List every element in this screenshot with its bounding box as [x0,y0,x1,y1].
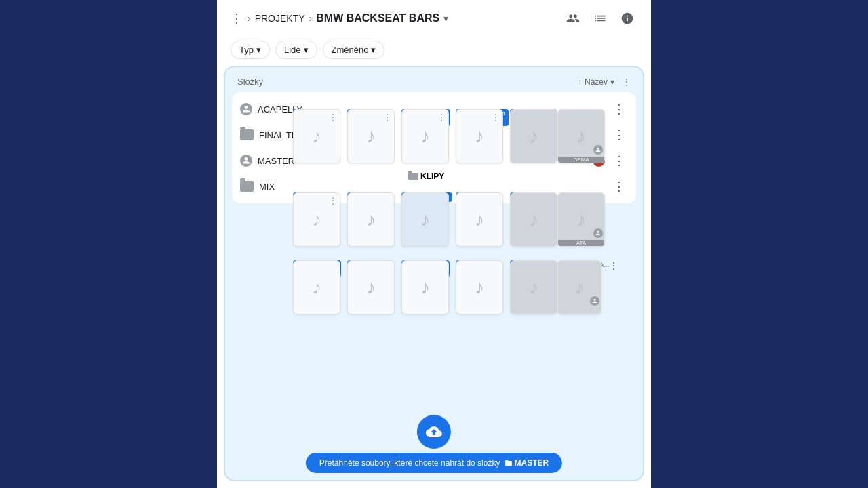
music-note-icon-5: ♪ [529,125,538,147]
upload-cloud-icon[interactable] [417,415,451,449]
chevron-right-icon: › [248,13,251,24]
list-view-icon[interactable] [590,8,610,28]
folder-icon-final [240,129,254,140]
file-card-15[interactable]: ♪ 15. NEDĚLE(OUTRO) [510,260,548,277]
file-card-menu[interactable]: ⋮ [328,112,338,123]
breadcrumb-current[interactable]: BMW BACKSEAT BARS [316,12,439,24]
music-note-icon-13: ♪ [420,277,430,298]
more-options-icon[interactable]: ⋮ [231,11,243,26]
file-card-12[interactable]: ♪ 12. HCF VIP [347,260,389,271]
file-card-8[interactable]: ♪ 8. POLO ft. Dame [401,192,452,202]
main-content-area: Složky ↑ Název ▾ ⋮ ACAPELLY ⋮ FINAL TRA [224,66,644,481]
sort-label: Název [585,77,608,87]
chevron-down-icon-3: ▾ [371,45,376,55]
folder-list-header: Složky ↑ Název ▾ ⋮ [232,74,636,92]
typ-filter[interactable]: Typ ▾ [231,41,270,59]
left-sidebar [0,0,217,488]
breadcrumb-projekty[interactable]: PROJEKTY [255,13,305,24]
klipy-label: KLIPY [420,171,444,181]
klipy-folder[interactable]: KLIPY [403,169,450,184]
music-note-icon: ♪ [312,125,321,147]
music-note-icon-15: ♪ [529,277,538,298]
file-card-4[interactable]: ♪ ⋮ 4. NEBEZPEČNEJČAS [ [456,109,509,126]
music-note-icon-story: ♪ [575,277,585,298]
file-card-5[interactable]: ♪ 5. DOKONALEJSTAV [510,109,557,126]
chevron-down-icon-2: ▾ [304,45,309,55]
file-card-10[interactable]: ♪ 10. CHRT [510,192,544,203]
music-note-icon-11: ♪ [312,277,321,298]
file-card-3-menu[interactable]: ⋮ [437,112,446,123]
music-note-icon-2: ♪ [366,125,376,147]
file-card-6-menu[interactable]: ⋮ [328,195,338,206]
music-note-icon-8: ♪ [420,209,430,230]
folder-acapelly-menu[interactable]: ⋮ [610,100,628,118]
music-note-icon-10: ♪ [529,209,538,230]
chevron-right-icon-2: › [309,13,313,24]
file-card-11[interactable]: ♪ 11. SITUACE UFft. Freez247 [293,260,341,277]
sort-control[interactable]: ↑ Název ▾ ⋮ [578,77,631,87]
file-card-3[interactable]: ♪ ⋮ 3. PRVNÍ DEN ft.Forgen [401,109,450,126]
file-card-2[interactable]: ♪ ⋮ 2. DOBREJ TIPft. LBOY [347,109,393,126]
folder-icon-mix [240,181,254,192]
folders-label: Složky [237,77,263,87]
upload-label: Přetáhněte soubory, které chcete nahrát … [306,453,562,473]
story-folder[interactable]: ♪ STORY PRO MA... ⋮ [557,260,612,268]
folder-master-menu[interactable]: ⋮ [610,152,628,169]
zmeneno-filter[interactable]: Změněno ▾ [323,41,385,59]
folder-person-icon [240,103,252,115]
folder-final-menu[interactable]: ⋮ [610,126,628,144]
music-note-icon-dema: ♪ [576,125,586,147]
chevron-down-icon: ▾ [256,45,261,55]
music-note-icon-6: ♪ [312,209,321,230]
folder-mix-menu[interactable]: ⋮ [610,178,628,195]
lide-filter[interactable]: Lidé ▾ [275,41,317,59]
music-note-icon-4: ♪ [475,125,484,147]
music-note-icon-12: ♪ [366,277,376,298]
sort-arrow-icon: ▾ [610,77,614,87]
sort-up-icon: ↑ [578,77,582,87]
music-note-icon-14: ♪ [475,277,484,298]
info-icon[interactable] [617,8,637,28]
file-card-6[interactable]: ♪ ⋮ 6. VIDĚLI MĚZÁŘÍТ [293,192,333,209]
music-note-icon-9: ♪ [475,209,484,230]
music-note-icon-data: ♪ [576,209,586,230]
header-actions [563,8,637,28]
file-card-7[interactable]: ♪ 7. GOOF [347,192,379,203]
music-note-icon-7: ♪ [366,209,376,230]
file-card-1[interactable]: ♪ ⋮ 1. STÁT SÁM [293,109,338,120]
right-sidebar [651,0,868,488]
folder-person-icon-master [240,155,252,167]
share-people-icon[interactable] [563,8,583,28]
file-card-2-menu[interactable]: ⋮ [382,112,392,123]
file-card-9[interactable]: ♪ 9. 50CCM [456,192,490,203]
music-note-icon-3: ♪ [420,125,430,147]
file-card-14[interactable]: ♪ 14. KROUPY [456,260,499,271]
filter-bar: Typ ▾ Lidé ▾ Změněno ▾ [217,37,651,66]
main-panel: ⋮ › PROJEKTY › BMW BACKSEAT BARS ▾ Typ ▾… [217,0,651,488]
file-card-13[interactable]: ♪ 13. ŽIVOT JAKOKLIP ft. Ego [401,260,450,277]
dropdown-arrow-icon[interactable]: ▾ [443,13,448,24]
header: ⋮ › PROJEKTY › BMW BACKSEAT BARS ▾ [217,0,651,37]
more-sort-icon[interactable]: ⋮ [623,77,631,87]
file-card-4-menu[interactable]: ⋮ [491,112,500,123]
upload-area[interactable]: Přetáhněte soubory, které chcete nahrát … [306,415,562,473]
